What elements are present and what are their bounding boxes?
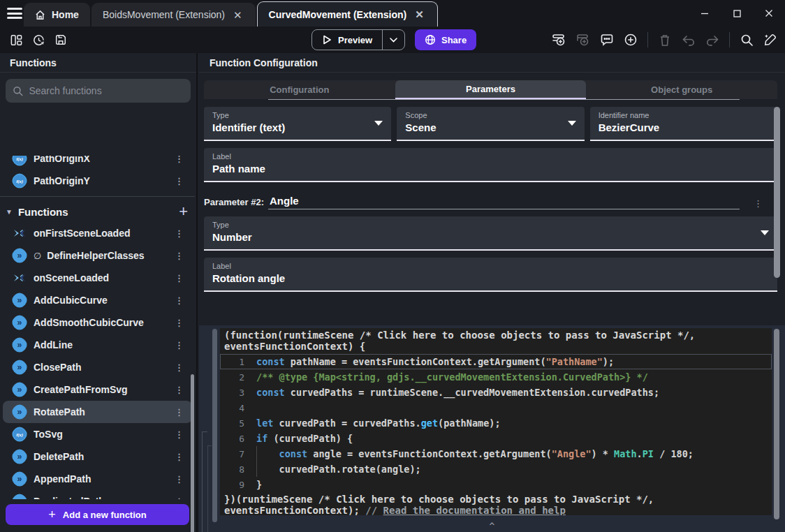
input-identifier-name[interactable]: Identifier nameBezierCurve — [590, 107, 777, 141]
undo-button[interactable] — [678, 29, 699, 50]
sidebar-item-rotatepath[interactable]: »RotatePath⋮ — [3, 401, 192, 423]
select-type[interactable]: TypeNumber — [204, 216, 777, 251]
collapse-editor-caret[interactable]: ^ — [490, 521, 495, 531]
code-line-7[interactable]: 7 const angle = eventsFunctionContext.ge… — [220, 446, 772, 461]
sidebar-item-deletepath[interactable]: »DeletePath⋮ — [3, 445, 192, 468]
sidebar-item-pathoriginx[interactable]: f(x)PathOriginX⋮ — [3, 156, 192, 170]
item-menu-button[interactable]: ⋮ — [170, 296, 188, 305]
tab-object-groups[interactable]: Object groups — [586, 80, 777, 99]
select-scope[interactable]: ScopeScene — [397, 107, 584, 141]
item-menu-button[interactable]: ⋮ — [170, 363, 188, 372]
tab-configuration[interactable]: Configuration — [204, 80, 395, 99]
code-lines[interactable]: 1const pathName = eventsFunctionContext.… — [220, 354, 772, 492]
item-menu-button[interactable]: ⋮ — [170, 475, 188, 484]
search-functions-input[interactable] — [29, 85, 184, 96]
config-scrollbar[interactable] — [774, 107, 780, 278]
code-scrollbar[interactable] — [774, 329, 779, 519]
sidebar-item-duplicatedpath[interactable]: »DuplicatedPath⋮ — [3, 490, 192, 499]
sidebar-item-addline[interactable]: »AddLine⋮ — [3, 334, 192, 356]
sidebar-item-pathoriginy[interactable]: f(x)PathOriginY⋮ — [3, 170, 192, 192]
maximize-button[interactable] — [721, 0, 753, 27]
sidebar-item-definehelperclasses[interactable]: »∅DefineHelperClasses⋮ — [3, 244, 192, 267]
sidebar-section-functions[interactable]: ▼Functions+ — [0, 201, 195, 222]
documentation-link[interactable]: Read the documentation and help — [383, 505, 566, 515]
code-editor-drag-handle[interactable] — [212, 329, 217, 522]
toggle-panels-button[interactable] — [6, 29, 27, 50]
delete-button[interactable] — [654, 29, 675, 50]
item-menu-button[interactable]: ⋮ — [170, 385, 188, 394]
sidebar-item-onfirstsceneloaded[interactable]: onFirstSceneLoaded⋮ — [3, 222, 192, 244]
add-new-function-button[interactable]: + Add a new function — [6, 504, 189, 525]
code-line-5[interactable]: 5let curvedPath = curvedPaths.get(pathNa… — [220, 415, 772, 431]
add-subevent-button[interactable] — [573, 29, 594, 50]
sidebar-item-addsmoothcubiccurve[interactable]: »AddSmoothCubicCurve⋮ — [3, 311, 192, 334]
comment-slashes: // — [365, 505, 383, 515]
item-menu-button[interactable]: ⋮ — [170, 318, 188, 327]
code-text: const curvedPaths = runtimeScene.__curve… — [256, 385, 772, 400]
sidebar-item-createpathfromsvg[interactable]: »CreatePathFromSvg⋮ — [3, 378, 192, 401]
select-type[interactable]: TypeIdentifier (text) — [204, 107, 391, 141]
line-number: 6 — [220, 434, 256, 444]
code-line-9[interactable]: 9} — [220, 477, 772, 492]
function-name: AppendPath — [34, 473, 163, 485]
code-line-2[interactable]: 2/** @type {Map<string, gdjs.__curvedMov… — [220, 369, 772, 385]
sidebar-item-appendpath[interactable]: »AppendPath⋮ — [3, 468, 192, 490]
search-button[interactable] — [736, 29, 757, 50]
preview-button[interactable]: Preview — [312, 30, 382, 50]
redo-button[interactable] — [702, 29, 723, 50]
item-menu-button[interactable]: ⋮ — [170, 452, 188, 461]
code-wrapper-header[interactable]: (function(runtimeScene /* Click here to … — [220, 328, 772, 352]
share-button[interactable]: Share — [415, 29, 476, 50]
preview-options-button[interactable] — [382, 30, 404, 50]
code-block[interactable]: (function(runtimeScene /* Click here to … — [220, 328, 772, 515]
code-wrapper-footer[interactable]: })(runtimeScene /* Click here to choose … — [220, 494, 772, 515]
item-menu-button[interactable]: ⋮ — [170, 156, 188, 163]
minimize-icon — [700, 9, 709, 17]
sidebar-item-addcubiccurve[interactable]: »AddCubicCurve⋮ — [3, 289, 192, 311]
code-line-1[interactable]: 1const pathName = eventsFunctionContext.… — [220, 354, 772, 369]
item-menu-button[interactable]: ⋮ — [170, 408, 188, 417]
close-button[interactable] — [753, 0, 785, 27]
project-tab-curvedmovement-extension-[interactable]: CurvedMovement (Extension)✕ — [257, 1, 438, 27]
sidebar-item-closepath[interactable]: »ClosePath⋮ — [3, 356, 192, 378]
parameter-name-input[interactable]: Angle — [268, 195, 740, 209]
sidebar-item-tosvg[interactable]: f(x)ToSvg⋮ — [3, 423, 192, 445]
item-menu-button[interactable]: ⋮ — [170, 430, 188, 439]
project-tab-boidsmovement-extension-[interactable]: BoidsMovement (Extension)✕ — [91, 3, 256, 27]
tab-parameters[interactable]: Parameters — [395, 80, 587, 99]
dropdown-arrow-icon[interactable] — [568, 121, 576, 126]
item-menu-button[interactable]: ⋮ — [170, 229, 188, 238]
code-line-8[interactable]: 8 curvedPath.rotate(angle); — [220, 461, 772, 477]
tab-close-icon[interactable]: ✕ — [231, 8, 244, 22]
item-menu-button[interactable]: ⋮ — [170, 341, 188, 350]
item-menu-button[interactable]: ⋮ — [170, 251, 188, 260]
search-functions-box[interactable] — [6, 79, 191, 103]
main-menu-button[interactable] — [7, 8, 22, 19]
parameter-menu-button[interactable]: ⋮ — [749, 199, 767, 209]
add-comment-button[interactable] — [596, 29, 617, 50]
project-tab-home[interactable]: Home — [24, 3, 90, 27]
input-label[interactable]: LabelRotation angle — [204, 258, 777, 292]
input-label[interactable]: LabelPath name — [204, 148, 777, 182]
minimize-button[interactable] — [689, 0, 721, 27]
add-more-button[interactable] — [620, 29, 641, 50]
save-button[interactable] — [50, 29, 71, 50]
item-menu-button[interactable]: ⋮ — [170, 274, 188, 283]
sidebar-scrollbar[interactable] — [191, 374, 194, 532]
item-menu-button[interactable]: ⋮ — [170, 177, 188, 186]
edit-extension-button[interactable] — [760, 29, 781, 50]
history-button[interactable] — [28, 29, 49, 50]
code-line-6[interactable]: 6if (curvedPath) { — [220, 431, 772, 446]
dropdown-arrow-icon[interactable] — [761, 230, 769, 235]
sidebar-item-onsceneloaded[interactable]: onSceneLoaded⋮ — [3, 267, 192, 289]
search-icon — [13, 85, 23, 97]
dropdown-arrow-icon[interactable] — [374, 121, 383, 126]
toolbar-left-group — [6, 29, 71, 50]
collapse-triangle-icon[interactable]: ▼ — [6, 208, 13, 216]
tab-close-icon[interactable]: ✕ — [413, 8, 426, 21]
add-event-button[interactable] — [549, 29, 570, 50]
item-menu-button[interactable]: ⋮ — [170, 497, 188, 500]
code-line-4[interactable]: 4 — [220, 400, 772, 415]
add-function-plus-icon[interactable]: + — [179, 204, 188, 219]
code-line-3[interactable]: 3const curvedPaths = runtimeScene.__curv… — [220, 385, 772, 400]
